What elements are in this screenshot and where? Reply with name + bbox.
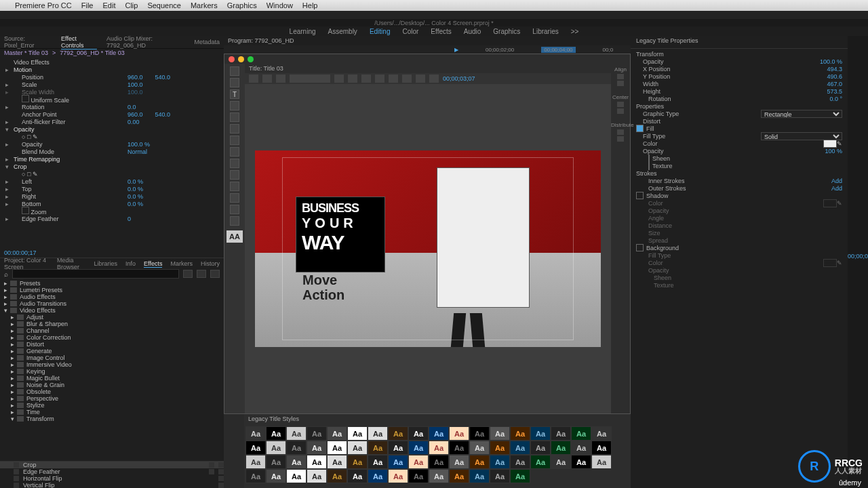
graphic-type-select[interactable]: Rectangle xyxy=(761,110,842,118)
menu-graphics[interactable]: Graphics xyxy=(227,1,257,9)
timeline-collapsed[interactable]: 00;00;05;27 xyxy=(848,36,868,488)
title-style-swatch[interactable]: Aa xyxy=(449,426,469,441)
ws-learning[interactable]: Learning xyxy=(290,28,316,35)
legacy-title-styles[interactable]: Legacy Title Styles AaAaAaAaAaAaAaAaAaAa… xyxy=(244,413,631,488)
title-style-swatch[interactable]: Aa xyxy=(347,441,368,455)
crop-bottom[interactable]: Bottom xyxy=(14,201,123,207)
title-style-swatch[interactable]: Aa xyxy=(449,469,469,483)
tab-libs[interactable]: Libraries xyxy=(94,260,118,267)
crop-feather[interactable]: Edge Feather xyxy=(14,216,123,222)
title-style-swatch[interactable]: Aa xyxy=(510,426,530,441)
title-style-swatch[interactable]: Aa xyxy=(408,426,429,441)
title-style-swatch[interactable]: Aa xyxy=(327,455,347,469)
pen-tool-icon[interactable] xyxy=(230,136,239,145)
title-style-swatch[interactable]: Aa xyxy=(286,426,307,441)
fx-position-label[interactable]: Position xyxy=(14,74,123,81)
title-style-swatch[interactable]: Aa xyxy=(490,469,510,483)
title-style-swatch[interactable]: Aa xyxy=(490,441,510,455)
background-checkbox[interactable] xyxy=(636,244,644,251)
align-center-icon[interactable] xyxy=(389,75,398,83)
mac-menubar[interactable]: Premiere Pro CC File Edit Clip Sequence … xyxy=(0,0,868,11)
effects-search-input[interactable] xyxy=(12,269,179,279)
fx-rotation-v[interactable]: 0.0 xyxy=(127,104,136,110)
title-style-swatch[interactable]: Aa xyxy=(469,455,490,469)
white-rectangle-shape[interactable] xyxy=(437,167,530,308)
title-tc[interactable]: 00;00;03;07 xyxy=(443,75,475,82)
align-right-icon[interactable] xyxy=(402,75,412,83)
rounded-rect-icon[interactable] xyxy=(230,170,239,180)
title-style-swatch[interactable]: Aa xyxy=(530,426,551,441)
title-style-swatch[interactable]: Aa xyxy=(307,455,327,469)
title-style-swatch[interactable]: Aa xyxy=(551,441,571,455)
title-style-swatch[interactable]: Aa xyxy=(510,455,530,469)
title-style-swatch[interactable]: Aa xyxy=(591,426,612,441)
tab-audio-mixer[interactable]: Audio Clip Mixer: 7792_006_HD xyxy=(106,35,185,49)
clip-instance[interactable]: 7792_006_HD * Title 03 xyxy=(60,49,125,56)
center-h-icon[interactable] xyxy=(617,102,624,107)
title-style-swatch[interactable]: Aa xyxy=(449,455,469,469)
bold-icon[interactable] xyxy=(334,75,344,83)
title-style-swatch[interactable]: Aa xyxy=(388,426,408,441)
title-style-swatch[interactable]: Aa xyxy=(551,455,571,469)
title-style-swatch[interactable]: Aa xyxy=(245,426,266,441)
close-icon[interactable] xyxy=(229,56,235,62)
align-panel[interactable]: Align Center Distribute xyxy=(611,64,630,413)
title-style-swatch[interactable]: Aa xyxy=(368,441,388,455)
title-style-swatch[interactable]: Aa xyxy=(388,441,408,455)
menu-clip[interactable]: Clip xyxy=(125,1,138,9)
title-style-swatch[interactable]: Aa xyxy=(429,441,449,455)
minimize-icon[interactable] xyxy=(238,56,244,62)
ws-assembly[interactable]: Assembly xyxy=(328,28,357,35)
shadow-color-swatch[interactable] xyxy=(823,199,837,207)
fx-timeremap[interactable]: Time Remapping xyxy=(14,156,115,163)
tab-info[interactable]: Info xyxy=(125,260,136,267)
fill-checkbox[interactable] xyxy=(636,125,644,132)
uniform-scale-checkbox[interactable] xyxy=(22,95,29,102)
title-style-swatch[interactable]: Aa xyxy=(449,441,469,455)
menu-sequence[interactable]: Sequence xyxy=(147,1,181,9)
ws-effects[interactable]: Effects xyxy=(431,28,451,35)
line-tool-icon[interactable] xyxy=(230,216,239,226)
arc-tool-icon[interactable] xyxy=(230,193,239,203)
title-style-swatch[interactable]: Aa xyxy=(347,426,368,441)
templates-icon[interactable] xyxy=(276,75,285,83)
ws-libraries[interactable]: Libraries xyxy=(532,28,558,35)
title-style-swatch[interactable]: Aa xyxy=(551,426,571,441)
add-anchor-icon[interactable] xyxy=(230,147,239,157)
title-style-swatch[interactable]: Aa xyxy=(469,441,490,455)
title-style-swatch[interactable]: Aa xyxy=(245,469,266,483)
align-left-icon[interactable] xyxy=(375,75,384,83)
fx-anchor-label[interactable]: Anchor Point xyxy=(14,111,123,118)
fx-rotation-label[interactable]: Rotation xyxy=(14,104,123,110)
ws-editing[interactable]: Editing xyxy=(370,28,391,35)
menu-app[interactable]: Premiere Pro CC xyxy=(15,1,72,9)
title-properties[interactable]: Transform Opacity100.0 % X Position494.3… xyxy=(631,49,848,488)
bg-color-swatch[interactable] xyxy=(823,259,837,267)
title-style-swatch[interactable]: Aa xyxy=(530,441,551,455)
fx-scale-v[interactable]: 100.0 xyxy=(127,81,143,88)
menu-edit[interactable]: Edit xyxy=(102,1,115,9)
fx-crop[interactable]: Crop xyxy=(14,163,115,170)
fx-badge-2[interactable] xyxy=(197,270,206,278)
title-style-swatch[interactable]: Aa xyxy=(388,469,408,483)
title-style-swatch[interactable]: Aa xyxy=(490,426,510,441)
center-v-icon[interactable] xyxy=(617,108,624,114)
ellipse-tool-icon[interactable] xyxy=(230,205,239,214)
area-type-icon[interactable] xyxy=(230,113,239,122)
timeline-ruler[interactable]: ▶ 00;00;02;00 00;00;04;00 00;0 xyxy=(224,45,631,54)
title-style-swatch[interactable]: Aa xyxy=(245,441,266,455)
selection-tool-icon[interactable] xyxy=(230,66,239,76)
ws-color[interactable]: Color xyxy=(402,28,418,35)
title-style-swatch[interactable]: Aa xyxy=(307,469,327,483)
outer-stroke-add[interactable]: Add xyxy=(831,185,842,192)
italic-icon[interactable] xyxy=(348,75,357,83)
title-style-swatch[interactable]: Aa xyxy=(388,455,408,469)
legacy-title-window[interactable]: T AA Title: Title 03 xyxy=(224,54,631,414)
effect-crop[interactable]: Crop xyxy=(0,462,224,468)
ws-graphics[interactable]: Graphics xyxy=(493,28,520,35)
workspace-bar[interactable]: Learning Assembly Editing Color Effects … xyxy=(0,26,868,36)
title-style-swatch[interactable]: Aa xyxy=(490,455,510,469)
align-h-icon[interactable] xyxy=(617,74,624,79)
fx-blend-label[interactable]: Blend Mode xyxy=(14,148,123,155)
font-family-dropdown[interactable] xyxy=(290,75,330,83)
